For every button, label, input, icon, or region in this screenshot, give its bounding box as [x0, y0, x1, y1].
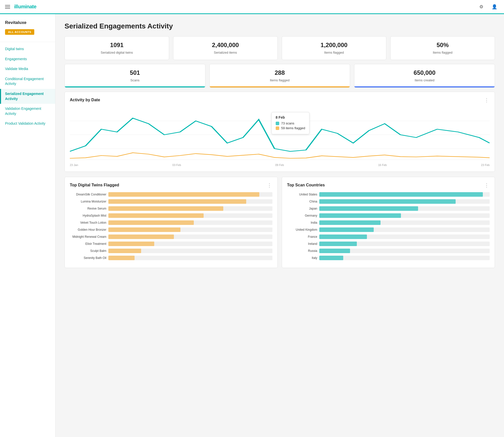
- countries-bar-item: Ireland: [287, 242, 490, 246]
- sidebar-link-digital-twins[interactable]: Digital twins: [0, 44, 55, 54]
- countries-bar-label: Germany: [287, 214, 317, 217]
- twins-bar-list: DreamSilk Conditioner Lumina Moisturizer…: [70, 192, 272, 260]
- stat-items-flagged-pct: 50% Items flagged: [390, 36, 495, 60]
- sidebar-item-serialized-engagement[interactable]: Serialized Engagement Activity: [0, 89, 55, 104]
- stat-label-items-flagged-pct: Items flagged: [433, 51, 452, 54]
- countries-bar-label: France: [287, 235, 317, 239]
- countries-bar-track: [319, 192, 490, 197]
- countries-bar-label: United States: [287, 193, 317, 196]
- stats-row-2: 501 Scans 288 Items flagged 650,000 Item…: [65, 64, 495, 88]
- twins-bar-track: [108, 249, 272, 253]
- twins-bar-label: DreamSilk Conditioner: [70, 193, 106, 196]
- sidebar-item-engagements[interactable]: Engagements: [0, 54, 55, 64]
- twins-bar-item: Serenity Bath Oil: [70, 256, 272, 260]
- twins-bar-track: [108, 227, 272, 232]
- sidebar-item-validation-engagement[interactable]: Validation Engagement Activity: [0, 104, 55, 119]
- countries-bar-fill: [319, 234, 367, 239]
- stat-serialized-digital-twins: 1091 Serialized digital twins: [65, 36, 169, 60]
- twins-bar-label: Sculpt Balm: [70, 249, 106, 253]
- user-icon[interactable]: 👤: [490, 2, 499, 11]
- stat-serialized-items: 2,400,000 Serialized items: [173, 36, 278, 60]
- countries-bar-fill: [319, 206, 418, 211]
- app-logo: illuminate: [14, 4, 36, 10]
- twins-bar-track: [108, 234, 272, 239]
- countries-bar-item: France: [287, 234, 490, 239]
- sidebar: Revitaluxe ALL ACCOUNTS Digital twins En…: [0, 14, 55, 437]
- stat-items-flagged-2: 288 Items flagged: [209, 64, 350, 88]
- sidebar-item-digital-twins[interactable]: Digital twins: [0, 44, 55, 54]
- top-countries-card: Top Scan Countries ⋮ United States China…: [282, 177, 495, 268]
- twins-bar-item: Lumina Moisturizer: [70, 199, 272, 204]
- countries-bar-fill: [319, 199, 456, 204]
- countries-menu-icon[interactable]: ⋮: [484, 182, 490, 188]
- logo-text: illuminate: [14, 4, 36, 9]
- settings-icon[interactable]: ⚙: [477, 2, 486, 11]
- all-accounts-button[interactable]: ALL ACCOUNTS: [5, 29, 34, 35]
- countries-bar-fill: [319, 220, 381, 225]
- chart-title: Activity by Date: [70, 98, 100, 102]
- layout: Revitaluxe ALL ACCOUNTS Digital twins En…: [0, 14, 504, 437]
- countries-bar-item: India: [287, 220, 490, 225]
- hamburger-menu[interactable]: [5, 5, 10, 9]
- flagged-bar-indicator: [210, 86, 350, 87]
- x-label-3: 09 Feb: [275, 163, 284, 166]
- twins-bar-item: DreamSilk Conditioner: [70, 192, 272, 197]
- twins-bar-fill: [108, 249, 141, 253]
- main-content: Serialized Engagements Activity 1091 Ser…: [55, 14, 504, 437]
- twins-bar-track: [108, 220, 272, 225]
- stat-scans: 501 Scans: [65, 64, 205, 88]
- stat-label-digital-twins: Serialized digital twins: [101, 51, 133, 54]
- countries-bar-item: Germany: [287, 213, 490, 218]
- countries-bar-item: United Kingdom: [287, 227, 490, 232]
- countries-bar-fill: [319, 192, 483, 197]
- twins-bar-item: Sculpt Balm: [70, 249, 272, 253]
- twins-bar-label: HydraSplash Mist: [70, 214, 106, 217]
- stat-value-items-created: 650,000: [359, 69, 490, 76]
- line-chart: 8 Feb 73 scans 59 items flagged: [70, 107, 490, 162]
- countries-bar-fill: [319, 249, 350, 253]
- countries-bar-label: United Kingdom: [287, 228, 317, 231]
- x-label-5: 23 Feb: [481, 163, 490, 166]
- sidebar-link-serialized-engagement[interactable]: Serialized Engagement Activity: [1, 89, 55, 104]
- countries-bar-track: [319, 206, 490, 211]
- twins-bar-fill: [108, 242, 154, 246]
- twins-bar-fill: [108, 206, 223, 211]
- countries-bar-track: [319, 249, 490, 253]
- twins-bar-label: Revive Serum: [70, 207, 106, 210]
- twins-bar-label: Lumina Moisturizer: [70, 200, 106, 203]
- twins-bar-label: Elixir Treatment: [70, 242, 106, 246]
- stat-value-serialized-items: 2,400,000: [178, 42, 272, 49]
- sidebar-link-conditional-engagement[interactable]: Conditional Engagement Activity: [0, 74, 55, 89]
- countries-bar-track: [319, 220, 490, 225]
- sidebar-link-engagements[interactable]: Engagements: [0, 54, 55, 64]
- sidebar-brand: Revitaluxe: [0, 20, 55, 29]
- sidebar-link-product-validation[interactable]: Product Validation Activity: [0, 119, 55, 129]
- sidebar-link-validation-engagement[interactable]: Validation Engagement Activity: [0, 104, 55, 119]
- stat-value-scans: 501: [70, 69, 200, 76]
- chart-menu-icon[interactable]: ⋮: [484, 97, 490, 103]
- sidebar-nav: Digital twins Engagements Validate Media…: [0, 44, 55, 129]
- sidebar-item-conditional-engagement[interactable]: Conditional Engagement Activity: [0, 74, 55, 89]
- chart-header: Activity by Date ⋮: [70, 97, 490, 103]
- countries-bar-label: Russia: [287, 249, 317, 253]
- header-right: ⚙ 👤: [477, 2, 499, 11]
- countries-bar-item: Italy: [287, 256, 490, 260]
- countries-bar-label: China: [287, 200, 317, 203]
- countries-bar-fill: [319, 256, 343, 260]
- twins-bar-track: [108, 242, 272, 246]
- stat-value-items-flagged-1: 1,200,000: [287, 42, 381, 49]
- activity-chart-card: Activity by Date ⋮ 8 Feb: [65, 92, 495, 172]
- sidebar-item-product-validation[interactable]: Product Validation Activity: [0, 119, 55, 129]
- countries-bar-fill: [319, 227, 374, 232]
- countries-bar-item: Russia: [287, 249, 490, 253]
- sidebar-item-validate-media[interactable]: Validate Media: [0, 64, 55, 74]
- twins-menu-icon[interactable]: ⋮: [267, 182, 272, 188]
- stat-value-items-flagged-2: 288: [215, 69, 345, 76]
- sidebar-link-validate-media[interactable]: Validate Media: [0, 64, 55, 74]
- stat-value-items-flagged-pct: 50%: [396, 42, 490, 49]
- countries-bar-fill: [319, 242, 357, 246]
- stat-items-flagged-1: 1,200,000 Items flagged: [282, 36, 386, 60]
- twins-bar-fill: [108, 213, 204, 218]
- twins-bar-item: Revive Serum: [70, 206, 272, 211]
- countries-chart-header: Top Scan Countries ⋮: [287, 182, 490, 188]
